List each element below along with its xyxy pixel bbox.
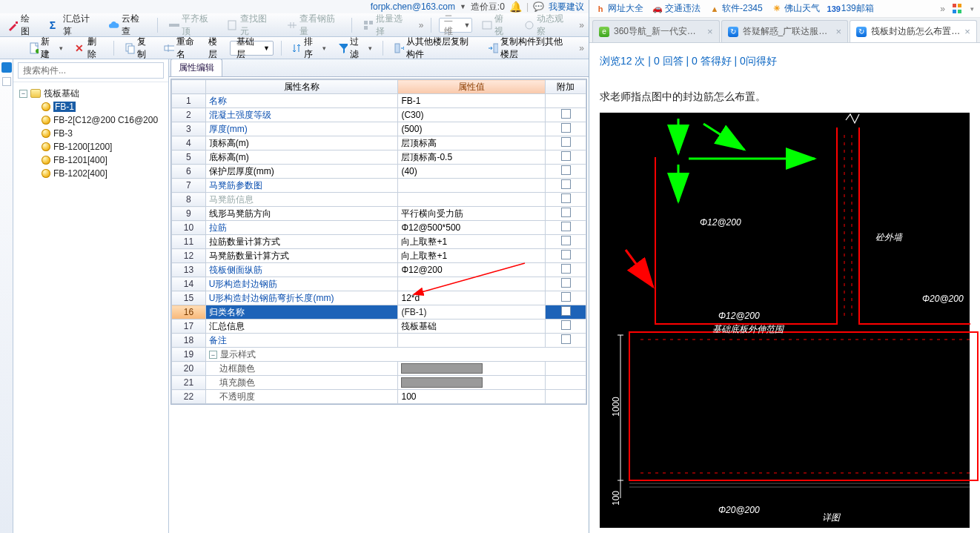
property-row[interactable]: 9 线形马凳筋方向 平行横向受力筋 xyxy=(172,207,586,221)
property-row[interactable]: 17 汇总信息 筏板基础 xyxy=(172,320,586,334)
copy-to-button[interactable]: 复制构件到其他楼层 xyxy=(485,34,573,62)
property-row[interactable]: 21 填充颜色 xyxy=(172,376,586,390)
prop-value[interactable]: 12*d xyxy=(398,291,546,305)
col-name[interactable]: 属性名称 xyxy=(205,80,398,94)
prop-value[interactable]: FB-1 xyxy=(398,94,546,108)
prop-value[interactable]: 平行横向受力筋 xyxy=(398,207,546,221)
tab-property-edit[interactable]: 属性编辑 xyxy=(170,59,222,76)
prop-extra[interactable] xyxy=(546,320,586,334)
prop-value[interactable]: (500) xyxy=(398,122,546,136)
browser-tab[interactable]: ↻ 答疑解惑_广联达服务新干 × xyxy=(721,20,849,42)
account-email[interactable]: forpk.chen@163.com xyxy=(371,1,455,12)
prop-extra[interactable] xyxy=(546,277,586,291)
checkbox[interactable] xyxy=(561,165,571,175)
checkbox[interactable] xyxy=(561,306,571,316)
chat-icon[interactable]: 💬 xyxy=(533,1,544,12)
prop-value[interactable] xyxy=(398,193,546,207)
prop-extra[interactable] xyxy=(546,207,586,221)
prop-extra[interactable] xyxy=(546,362,586,376)
copy-from-button[interactable]: 从其他楼层复制构件 xyxy=(391,34,479,62)
prop-extra[interactable] xyxy=(546,179,586,193)
property-row[interactable]: 14 U形构造封边钢筋 xyxy=(172,277,586,291)
checkbox[interactable] xyxy=(561,123,571,133)
bookmark-item[interactable]: h 网址大全 xyxy=(595,2,643,15)
tab-close-icon[interactable]: × xyxy=(707,26,713,37)
property-row[interactable]: 5 底标高(m) 层顶标高-0.5 xyxy=(172,150,586,165)
collapse-icon[interactable]: − xyxy=(19,90,27,98)
prop-extra[interactable] xyxy=(546,376,586,390)
property-row[interactable]: 10 拉筋 Φ12@500*500 xyxy=(172,221,586,235)
checkbox[interactable] xyxy=(561,292,571,302)
prop-extra[interactable] xyxy=(546,193,586,207)
col-extra[interactable]: 附加 xyxy=(546,80,586,94)
property-row[interactable]: 22 不透明度 100 xyxy=(172,390,586,404)
browser-tab[interactable]: e 360导航_新一代安全上网 × xyxy=(592,20,720,42)
property-row[interactable]: 11 拉筋数量计算方式 向上取整+1 xyxy=(172,235,586,249)
tree-item[interactable]: FB-1200[1200] xyxy=(16,140,165,153)
checkbox[interactable] xyxy=(561,151,571,161)
prop-extra[interactable] xyxy=(546,221,586,235)
prop-value[interactable]: 层顶标高 xyxy=(398,136,546,150)
tree-item[interactable]: FB-2[C12@200 C16@200 xyxy=(16,113,165,127)
dropdown-caret-icon[interactable]: ▼ xyxy=(460,3,466,10)
property-row[interactable]: 19 −显示样式 xyxy=(172,348,586,362)
property-row[interactable]: 13 筏板侧面纵筋 Φ12@200 xyxy=(172,263,586,277)
property-row[interactable]: 12 马凳筋数量计算方式 向上取整+1 xyxy=(172,249,586,263)
tool-anchor-icon[interactable] xyxy=(2,77,11,86)
tree-item[interactable]: FB-1201[400] xyxy=(16,153,165,167)
property-row[interactable]: 16 归类名称 (FB-1) xyxy=(172,305,586,320)
property-row[interactable]: 6 保护层厚度(mm) (40) xyxy=(172,165,586,179)
prop-value[interactable]: (40) xyxy=(398,165,546,179)
apps-icon[interactable] xyxy=(953,4,963,14)
property-row[interactable]: 20 边框颜色 xyxy=(172,362,586,376)
pin-icon[interactable] xyxy=(1,62,12,73)
prop-value[interactable]: 100 xyxy=(398,390,546,404)
checkbox[interactable] xyxy=(561,278,571,288)
prop-value[interactable] xyxy=(398,362,546,376)
sort-button[interactable]: 排序▾ xyxy=(289,34,329,62)
checkbox[interactable] xyxy=(561,109,571,119)
property-row[interactable]: 18 备注 xyxy=(172,334,586,348)
tree-search-input[interactable] xyxy=(18,62,164,79)
checkbox[interactable] xyxy=(561,264,571,274)
prop-extra[interactable] xyxy=(546,390,586,404)
checkbox[interactable] xyxy=(561,334,571,344)
prop-value[interactable]: 向上取整+1 xyxy=(398,235,546,249)
checkbox[interactable] xyxy=(561,250,571,259)
prop-extra[interactable] xyxy=(546,263,586,277)
checkbox[interactable] xyxy=(561,179,571,189)
prop-value[interactable]: 筏板基础 xyxy=(398,320,546,334)
bookmark-item[interactable]: ☀ 佛山天气 xyxy=(772,2,820,15)
prop-value[interactable]: 向上取整+1 xyxy=(398,249,546,263)
property-row[interactable]: 7 马凳筋参数图 xyxy=(172,179,586,193)
checkbox[interactable] xyxy=(561,137,571,147)
view-mode-select[interactable]: 二维▼ xyxy=(439,18,472,33)
tree-item[interactable]: FB-1202[400] xyxy=(16,167,165,180)
checkbox[interactable] xyxy=(561,193,571,203)
prop-value[interactable] xyxy=(398,376,546,390)
prop-value[interactable]: Φ12@500*500 xyxy=(398,221,546,235)
browser-tab[interactable]: ↻ 筏板封边筋怎么布置？_广 × xyxy=(850,20,977,42)
prop-extra[interactable] xyxy=(546,150,586,165)
prop-value[interactable] xyxy=(398,277,546,291)
copy-button[interactable]: 复制 xyxy=(122,34,156,62)
overflow-icon[interactable]: » xyxy=(419,20,424,30)
prop-value[interactable]: (FB-1) xyxy=(398,305,546,320)
tab-close-icon[interactable]: × xyxy=(836,26,842,37)
property-row[interactable]: 2 混凝土强度等级 (C30) xyxy=(172,108,586,122)
prop-value[interactable] xyxy=(398,179,546,193)
bookmark-item[interactable]: 139 139邮箱 xyxy=(829,2,874,15)
prop-value[interactable]: 层顶标高-0.5 xyxy=(398,150,546,165)
tree-root[interactable]: − 筏板基础 xyxy=(16,87,165,100)
bookmark-overflow-icon[interactable]: » xyxy=(940,4,945,14)
checkbox[interactable] xyxy=(561,320,571,330)
prop-extra[interactable] xyxy=(546,136,586,150)
overflow2-icon[interactable]: » xyxy=(579,20,584,30)
overflow3-icon[interactable]: » xyxy=(579,43,584,53)
bookmark-item[interactable]: 🚗 交通违法 xyxy=(652,2,701,15)
property-row[interactable]: 3 厚度(mm) (500) xyxy=(172,122,586,136)
new-button[interactable]: 新建▾ xyxy=(26,34,66,62)
bookmark-item[interactable]: ▲ 软件-2345 xyxy=(709,2,763,15)
prop-value[interactable] xyxy=(398,334,546,348)
property-row[interactable]: 4 顶标高(m) 层顶标高 xyxy=(172,136,586,150)
